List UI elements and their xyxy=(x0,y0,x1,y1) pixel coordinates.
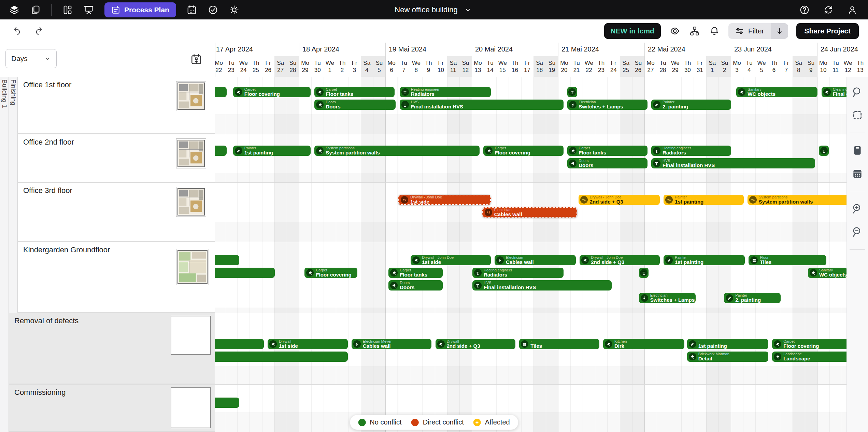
filter-button[interactable]: Filter xyxy=(728,23,771,39)
eye-icon[interactable] xyxy=(669,25,681,37)
task-bar[interactable]: LandscapeLandscape xyxy=(772,352,852,362)
task-bar[interactable]: HVSFinal installation HVS xyxy=(472,280,612,291)
project-title-menu[interactable]: New office building xyxy=(395,0,473,19)
task-bar[interactable] xyxy=(215,398,239,408)
task-bar[interactable]: System partitionsSystem partition walls xyxy=(314,146,480,156)
day-cell: Mo29 xyxy=(299,56,311,77)
task-bar[interactable]: +1ElectricianCables wall xyxy=(482,207,577,218)
task-bar[interactable] xyxy=(215,146,227,156)
task-bar[interactable] xyxy=(819,146,829,156)
layers-logo-icon[interactable] xyxy=(9,4,20,15)
task-bar[interactable]: ·1st painting xyxy=(687,339,768,349)
lane-card[interactable]: Office 2nd floor xyxy=(18,134,215,182)
task-bar[interactable] xyxy=(639,268,649,278)
task-bar[interactable]: Electrician MeyerCables wall xyxy=(352,339,432,349)
redo-icon[interactable] xyxy=(33,25,44,37)
floorplan-thumbnail[interactable] xyxy=(176,187,206,217)
task-bar[interactable]: ·Tiles xyxy=(519,339,599,349)
task-bar[interactable]: SanitaryWC objects xyxy=(736,87,817,97)
lane-card[interactable]: Office 3rd floor xyxy=(18,183,215,241)
task-bar[interactable]: Drywall1st side xyxy=(268,339,348,349)
notebook-icon[interactable] xyxy=(852,145,863,156)
day-cell: Th16 xyxy=(509,56,521,77)
calendar-icon[interactable] xyxy=(186,4,197,15)
org-chart-icon[interactable] xyxy=(689,25,700,37)
lane-card[interactable]: Office 1st floor xyxy=(18,77,215,133)
task-bar[interactable]: FloorTiles xyxy=(749,255,826,265)
task-bar[interactable] xyxy=(215,339,264,349)
empty-plan-box[interactable] xyxy=(171,387,211,428)
task-bar[interactable]: HVSFinal installation HVS xyxy=(400,100,564,110)
new-in-lcmd-badge[interactable]: NEW in lcmd xyxy=(604,23,661,39)
task-bar[interactable]: ElectricianSwitches + Lamps xyxy=(639,293,696,303)
task-bar[interactable]: Painter2. painting xyxy=(651,100,731,110)
whiteboard-icon[interactable] xyxy=(83,4,94,15)
sync-icon[interactable] xyxy=(823,4,834,15)
zoom-out-icon[interactable] xyxy=(852,226,863,238)
task-bar[interactable]: Heating engineerRadiators xyxy=(651,146,731,156)
task-bar[interactable]: CarpetFloor covering xyxy=(304,268,357,278)
task-bar[interactable]: HVSFinal installation HVS xyxy=(651,158,815,168)
task-bar[interactable]: DoorsDoors xyxy=(567,158,648,168)
calendar-grid-icon[interactable] xyxy=(852,168,863,179)
zoom-in-icon[interactable] xyxy=(852,203,863,214)
task-bar[interactable]: CarpetFloor covering xyxy=(483,146,564,156)
task-bar[interactable]: +0Drywall - John Doe1st side xyxy=(398,195,491,205)
time-scale-select[interactable]: Days xyxy=(5,49,57,68)
empty-plan-box[interactable] xyxy=(171,316,211,355)
task-bar[interactable]: ElectricianCables wall xyxy=(495,255,576,265)
marquee-select-icon[interactable] xyxy=(852,109,863,121)
task-bar[interactable]: KitchenDirk xyxy=(603,339,684,349)
lane-card[interactable]: Kindergarden Groundfloor xyxy=(18,242,215,312)
undo-icon[interactable] xyxy=(12,25,23,37)
lane-card[interactable]: Commissioning xyxy=(9,385,215,431)
user-icon[interactable] xyxy=(847,4,858,15)
task-bar[interactable]: Heating engineerRadiators xyxy=(472,268,564,278)
day-cell: Mo6 xyxy=(385,56,398,77)
share-project-button[interactable]: Share Project xyxy=(796,23,859,39)
task-bar[interactable]: Drywall2nd side + Q3 xyxy=(436,339,516,349)
task-bar[interactable] xyxy=(215,255,239,265)
task-bar[interactable]: CarpetFloor tanks xyxy=(567,146,648,156)
jump-to-date-icon[interactable] xyxy=(190,54,202,65)
building-group-strip[interactable]: Building 1 xyxy=(0,77,9,432)
check-circle-icon[interactable] xyxy=(208,4,218,15)
help-icon[interactable] xyxy=(799,4,810,15)
task-bar[interactable]: Brickwork MarmanDetail xyxy=(687,352,768,362)
task-bar[interactable]: DoorsDoors xyxy=(314,100,396,110)
task-bar[interactable]: ElectricianSwitches + Lamps xyxy=(567,100,648,110)
gear-icon[interactable] xyxy=(229,4,240,15)
finishing-group-strip[interactable]: Finishing xyxy=(9,77,18,313)
task-bar[interactable]: Painter1st painting xyxy=(233,146,311,156)
task-bar[interactable]: Heating engineerRadiators xyxy=(400,87,491,97)
floorplan-thumbnail[interactable] xyxy=(176,138,206,168)
floorplan-thumbnail[interactable] xyxy=(176,249,209,285)
kanban-icon[interactable] xyxy=(62,4,73,15)
search-icon[interactable] xyxy=(852,86,863,98)
task-bar[interactable]: +1Painter1st painting xyxy=(664,195,744,205)
task-bar[interactable]: +1Drywall - John Doe2nd side + Q3 xyxy=(579,195,660,205)
process-plan-app: Process Plan New office building NEW in … xyxy=(0,0,868,432)
task-bar[interactable]: DoorsDoors xyxy=(388,280,443,291)
task-bar[interactable] xyxy=(567,87,577,97)
task-bar[interactable]: Painter1st painting xyxy=(664,255,745,265)
floorplan-thumbnail[interactable] xyxy=(176,81,206,111)
task-bar[interactable]: CarpetFloor tanks xyxy=(388,268,443,278)
copy-icon[interactable] xyxy=(30,4,41,15)
task-bar[interactable] xyxy=(215,352,348,362)
task-bar[interactable] xyxy=(215,268,275,278)
task-bar[interactable]: CarpetFloor tanks xyxy=(314,87,395,97)
lane-card[interactable]: Removal of defects xyxy=(9,313,215,384)
chevron-down-icon xyxy=(463,4,473,15)
task-bar[interactable]: CarpetFloor covering xyxy=(772,339,852,349)
task-bar[interactable] xyxy=(215,87,227,97)
process-plan-button[interactable]: Process Plan xyxy=(104,2,176,17)
task-bar[interactable]: Drywall - John Doe2nd side + Q3 xyxy=(580,255,660,265)
task-bar[interactable]: CarpetFloor covering xyxy=(233,87,311,97)
bell-icon[interactable] xyxy=(709,25,720,37)
task-bar[interactable]: SanitaryWC objects xyxy=(808,268,847,278)
filter-dropdown-button[interactable] xyxy=(771,23,788,39)
task-bar[interactable]: Drywall - John Doe1st side xyxy=(411,255,491,265)
arrow-down-icon xyxy=(775,27,784,35)
task-bar[interactable]: Painter2. painting xyxy=(724,293,781,303)
